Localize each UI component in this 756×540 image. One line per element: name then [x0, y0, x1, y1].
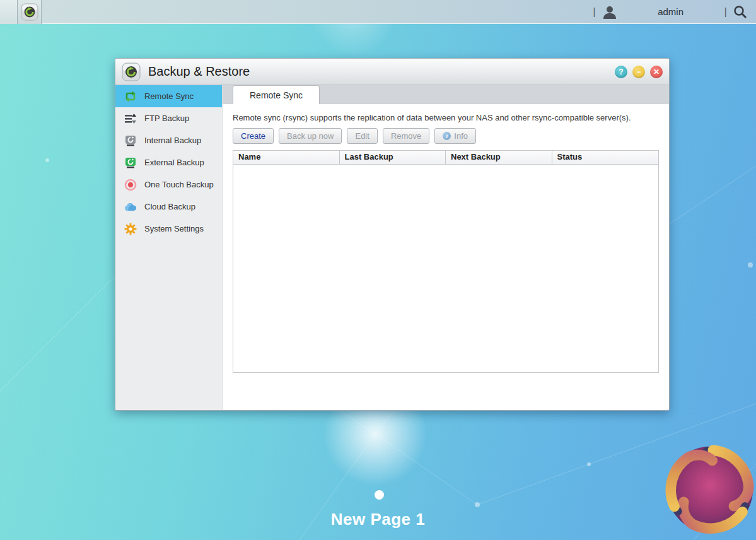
sidebar-item-cloud-backup[interactable]: Cloud Backup	[115, 196, 222, 218]
edit-button[interactable]: Edit	[347, 128, 377, 144]
sidebar-item-external-backup[interactable]: External Backup	[115, 151, 222, 173]
column-header-name[interactable]: Name	[233, 151, 340, 164]
sidebar-item-label: External Backup	[144, 158, 204, 167]
backup-restore-window: Backup & Restore ? − ✕ Remote Sync	[115, 58, 670, 411]
gear-icon	[124, 223, 137, 235]
internal-backup-icon	[124, 134, 137, 147]
info-button[interactable]: i Info	[434, 128, 476, 144]
column-header-last-backup[interactable]: Last Backup	[340, 151, 446, 164]
taskbar-app-button[interactable]	[18, 0, 42, 24]
sidebar-item-ftp-backup[interactable]: FTP Backup	[115, 107, 222, 129]
sidebar-item-label: Cloud Backup	[144, 202, 195, 211]
table-body-empty[interactable]	[233, 165, 658, 372]
info-button-label: Info	[454, 131, 468, 141]
cloud-icon	[124, 201, 137, 213]
toolbar: Create Back up now Edit Remove i Info	[233, 128, 659, 144]
sidebar-item-remote-sync[interactable]: Remote Sync	[115, 85, 222, 107]
taskbar: | admin |	[0, 0, 756, 24]
backup-jobs-table: Name Last Backup Next Backup Status	[233, 150, 659, 373]
sidebar: Remote Sync FTP Backup	[115, 85, 223, 411]
minimize-button[interactable]: −	[632, 66, 645, 78]
user-icon[interactable]	[602, 5, 617, 19]
create-button[interactable]: Create	[233, 128, 274, 144]
backup-restore-icon	[21, 3, 38, 21]
sidebar-item-one-touch-backup[interactable]: One Touch Backup	[115, 173, 222, 196]
tab-remote-sync[interactable]: Remote Sync	[233, 85, 320, 104]
white-dot	[375, 490, 384, 500]
username-label[interactable]: admin	[624, 6, 718, 17]
table-header-row: Name Last Backup Next Backup Status	[233, 151, 658, 165]
taskbar-separator: |	[593, 6, 595, 18]
sidebar-item-label: One Touch Backup	[144, 180, 214, 189]
search-icon[interactable]	[733, 5, 747, 19]
ftp-transfer-icon	[124, 112, 137, 125]
content-panel: Remote Sync Remote sync (rsync) supports…	[223, 85, 669, 411]
sync-icon	[124, 90, 137, 103]
sidebar-item-label: Internal Backup	[144, 136, 201, 145]
external-backup-icon	[124, 156, 137, 169]
remove-button[interactable]: Remove	[383, 128, 429, 144]
window-title: Backup & Restore	[148, 64, 250, 79]
taskbar-separator-2: |	[724, 6, 727, 18]
backup-restore-icon	[122, 62, 141, 81]
column-header-status[interactable]: Status	[552, 151, 659, 164]
help-button[interactable]: ?	[615, 66, 627, 78]
description-text: Remote sync (rsync) supports the replica…	[233, 113, 659, 122]
sidebar-item-label: FTP Backup	[144, 114, 189, 123]
backup-now-button[interactable]: Back up now	[279, 128, 342, 144]
taskbar-empty-slot	[0, 0, 18, 24]
sidebar-item-label: System Settings	[144, 224, 204, 233]
sidebar-item-system-settings[interactable]: System Settings	[115, 218, 222, 240]
one-touch-backup-icon	[124, 179, 137, 191]
info-icon: i	[443, 132, 451, 140]
column-header-next-backup[interactable]: Next Backup	[446, 151, 552, 164]
sidebar-item-internal-backup[interactable]: Internal Backup	[115, 129, 222, 151]
desktop-page-label: New Page 1	[0, 510, 756, 529]
close-button[interactable]: ✕	[650, 66, 663, 78]
sidebar-item-label: Remote Sync	[144, 91, 194, 101]
window-titlebar[interactable]: Backup & Restore ? − ✕	[115, 59, 669, 85]
asustor-swirl-logo	[664, 443, 756, 536]
tab-bar: Remote Sync	[223, 85, 669, 104]
